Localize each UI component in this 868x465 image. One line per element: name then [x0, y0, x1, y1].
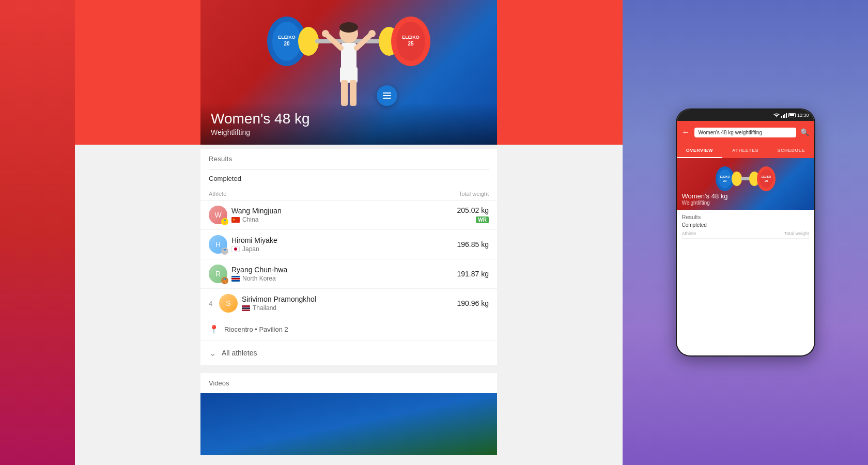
- svg-text:ELEIKO: ELEIKO: [278, 35, 296, 40]
- athlete-info: Sirivimon Pramongkhol Thailand: [242, 295, 447, 312]
- hero-subtitle: Weightlifting: [211, 128, 487, 136]
- phone-weight-col: Total weight: [784, 231, 809, 236]
- phone-status-bar: 12:30: [677, 110, 814, 121]
- wifi-icon: [773, 113, 780, 118]
- tab-schedule[interactable]: SCHEDULE: [768, 144, 814, 158]
- menu-fab-button[interactable]: [377, 85, 397, 106]
- videos-section: Videos: [200, 373, 497, 455]
- svg-point-16: [322, 30, 329, 37]
- results-card: Results Completed Athlete Total weight W…: [200, 149, 497, 365]
- athlete-info: Ryang Chun-hwa North Korea: [231, 266, 447, 282]
- phone-results-label: Results: [682, 214, 809, 220]
- videos-section-header: Videos: [200, 373, 497, 393]
- venue-row: 📍 Riocentro • Pavilion 2: [200, 318, 497, 341]
- hero-title: Women's 48 kg: [211, 111, 487, 127]
- athlete-country: Japan: [231, 245, 447, 253]
- athlete-name: Sirivimon Pramongkhol: [242, 295, 447, 303]
- hero-image: ELEIKO 20 ELEIKO 25: [200, 0, 497, 145]
- table-row: W 🥇 Wang Mingjuan ★ China 205.02 kg WR: [200, 200, 497, 230]
- phone-barbell-svg: ELEIKO 20 ELEIKO 25: [712, 163, 779, 194]
- athlete-country: ★ China: [231, 216, 447, 223]
- country-name: Thailand: [253, 304, 276, 312]
- phone-hero: ELEIKO 20 ELEIKO 25 Women's 48 kg Weight…: [677, 158, 814, 210]
- avatar: S: [219, 294, 238, 313]
- phone-mockup: 12:30 ← Women's 48 kg weightlifting 🔍 OV…: [676, 109, 815, 357]
- svg-text:25: 25: [408, 41, 414, 47]
- medal-gold-icon: 🥇: [221, 218, 228, 225]
- menu-icon: [383, 92, 391, 99]
- country-name: China: [242, 216, 258, 223]
- content-wrapper: ELEIKO 20 ELEIKO 25: [75, 0, 623, 465]
- tab-overview[interactable]: OVERVIEW: [677, 144, 723, 158]
- chevron-down-icon: ⌄: [209, 347, 216, 359]
- svg-text:20: 20: [284, 41, 290, 47]
- hero-overlay: Women's 48 kg Weightlifting: [200, 102, 497, 145]
- phone-results-section: Results Completed Athlete Total weight: [677, 210, 814, 241]
- svg-text:20: 20: [723, 179, 726, 182]
- phone-athlete-col: Athlete: [682, 231, 696, 236]
- svg-point-17: [368, 30, 376, 37]
- phone-search-icon[interactable]: 🔍: [800, 128, 809, 136]
- svg-rect-21: [200, 393, 497, 455]
- medal-silver-icon: 🥈: [221, 247, 228, 255]
- tab-athletes[interactable]: ATHLETES: [722, 144, 768, 158]
- country-name: North Korea: [242, 275, 276, 282]
- weight-value: 196.85 kg: [447, 240, 489, 249]
- athlete-info: Hiromi Miyake Japan: [231, 236, 447, 253]
- athlete-name: Ryang Chun-hwa: [231, 266, 447, 274]
- avatar: W 🥇: [209, 206, 227, 224]
- right-panel: 12:30 ← Women's 48 kg weightlifting 🔍 OV…: [623, 0, 868, 465]
- table-row: R 🥉 Ryang Chun-hwa North Korea 191.87 kg: [200, 259, 497, 289]
- phone-completed-label: Completed: [682, 222, 809, 228]
- battery-icon: [788, 113, 796, 117]
- svg-point-12: [339, 22, 358, 33]
- svg-point-26: [732, 172, 742, 186]
- flag-thailand-icon: [242, 305, 250, 311]
- athlete-info: Wang Mingjuan ★ China: [231, 207, 447, 223]
- athlete-country: North Korea: [231, 275, 447, 282]
- weight-value: 190.96 kg: [447, 299, 489, 307]
- athlete-name: Wang Mingjuan: [231, 207, 447, 215]
- left-sidebar-panel: [0, 0, 75, 465]
- results-section-header: Results: [200, 149, 497, 169]
- main-content: ELEIKO 20 ELEIKO 25: [75, 0, 623, 465]
- signal-bars-icon: [781, 113, 787, 118]
- avatar: R 🥉: [209, 265, 227, 283]
- location-icon: 📍: [209, 324, 219, 334]
- svg-text:ELEIKO: ELEIKO: [402, 35, 420, 40]
- weight-value: 205.02 kg WR: [447, 206, 489, 224]
- video-bg-svg: [200, 393, 497, 455]
- all-athletes-row[interactable]: ⌄ All athletes: [200, 341, 497, 365]
- country-name: Japan: [242, 245, 259, 253]
- medal-bronze-icon: 🥉: [221, 277, 228, 284]
- svg-text:ELEIKO: ELEIKO: [720, 175, 730, 178]
- svg-text:25: 25: [764, 179, 768, 182]
- athlete-country: Thailand: [242, 304, 447, 312]
- flag-nkorea-icon: [231, 276, 240, 282]
- svg-text:ELEIKO: ELEIKO: [761, 175, 771, 178]
- phone-time: 12:30: [797, 113, 809, 118]
- phone-column-headers: Athlete Total weight: [682, 231, 809, 239]
- column-headers: Athlete Total weight: [200, 188, 497, 200]
- phone-search-text: Women's 48 kg weightlifting: [699, 130, 762, 135]
- avatar: H 🥈: [209, 235, 227, 254]
- phone-back-button[interactable]: ←: [682, 128, 690, 137]
- svg-point-30: [760, 169, 773, 188]
- venue-text: Riocentro • Pavilion 2: [224, 326, 288, 333]
- hero-background: ELEIKO 20 ELEIKO 25: [75, 0, 623, 145]
- weight-value: 191.87 kg: [447, 270, 489, 278]
- phone-search-input[interactable]: Women's 48 kg weightlifting: [694, 128, 796, 137]
- phone-screen: 12:30 ← Women's 48 kg weightlifting 🔍 OV…: [677, 110, 814, 355]
- phone-hero-subtitle: Weightlifting: [682, 200, 728, 206]
- status-icons: 12:30: [773, 113, 809, 118]
- athlete-name: Hiromi Miyake: [231, 236, 447, 244]
- table-row: H 🥈 Hiromi Miyake Japan 196.85 kg: [200, 230, 497, 259]
- phone-search-bar: ← Women's 48 kg weightlifting 🔍: [677, 121, 814, 144]
- flag-japan-icon: [231, 246, 240, 252]
- svg-point-23: [718, 169, 732, 188]
- phone-tabs: OVERVIEW ATHLETES SCHEDULE: [677, 144, 814, 158]
- flag-china-icon: ★: [231, 217, 240, 223]
- weight-col-header: Total weight: [459, 191, 489, 197]
- table-row: 4 S Sirivimon Pramongkhol Thailand 190.9…: [200, 289, 497, 318]
- video-thumbnail[interactable]: [200, 393, 497, 455]
